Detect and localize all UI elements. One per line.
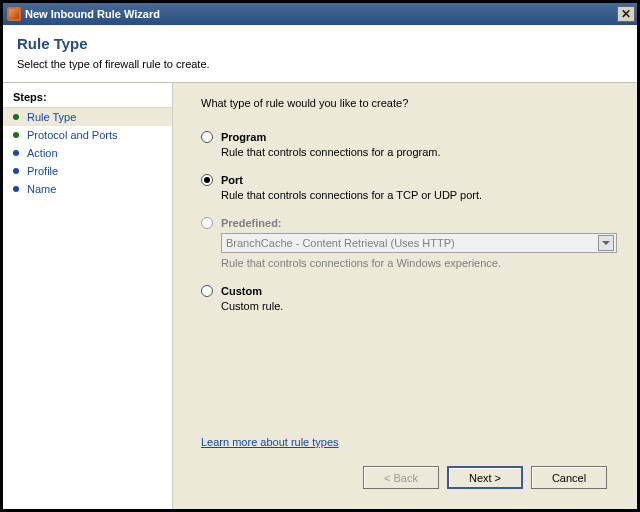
wizard-window: New Inbound Rule Wizard ✕ Rule Type Sele… — [2, 2, 638, 510]
dropdown-value: BranchCache - Content Retrieval (Uses HT… — [226, 237, 598, 249]
learn-more-link[interactable]: Learn more about rule types — [201, 436, 619, 448]
option-desc: Custom rule. — [221, 300, 619, 312]
option-program: Program Rule that controls connections f… — [201, 131, 619, 158]
radio-port[interactable] — [201, 174, 213, 186]
steps-pane: Steps: Rule Type Protocol and Ports Acti… — [3, 83, 173, 509]
option-port: Port Rule that controls connections for … — [201, 174, 619, 201]
bullet-icon — [13, 114, 19, 120]
option-label[interactable]: Custom — [221, 285, 262, 297]
option-custom: Custom Custom rule. — [201, 285, 619, 312]
bullet-icon — [13, 150, 19, 156]
next-button[interactable]: Next > — [447, 466, 523, 489]
content-pane: What type of rule would you like to crea… — [173, 83, 637, 509]
header-panel: Rule Type Select the type of firewall ru… — [3, 25, 637, 83]
window-title: New Inbound Rule Wizard — [25, 8, 617, 20]
step-profile[interactable]: Profile — [3, 162, 172, 180]
firewall-icon — [7, 7, 21, 21]
option-label[interactable]: Program — [221, 131, 266, 143]
steps-heading: Steps: — [3, 89, 172, 108]
step-label: Rule Type — [27, 111, 76, 123]
radio-custom[interactable] — [201, 285, 213, 297]
option-head: Custom — [201, 285, 619, 297]
option-desc: Rule that controls connections for a TCP… — [221, 189, 619, 201]
step-name[interactable]: Name — [3, 180, 172, 198]
back-button: < Back — [363, 466, 439, 489]
bullet-icon — [13, 132, 19, 138]
option-predefined: Predefined: BranchCache - Content Retrie… — [201, 217, 619, 269]
cancel-button[interactable]: Cancel — [531, 466, 607, 489]
step-label: Action — [27, 147, 58, 159]
predefined-dropdown: BranchCache - Content Retrieval (Uses HT… — [221, 233, 617, 253]
titlebar: New Inbound Rule Wizard ✕ — [3, 3, 637, 25]
option-head: Port — [201, 174, 619, 186]
close-icon: ✕ — [621, 7, 631, 21]
option-head: Program — [201, 131, 619, 143]
body: Steps: Rule Type Protocol and Ports Acti… — [3, 83, 637, 509]
chevron-down-icon — [602, 241, 610, 245]
option-desc: Rule that controls connections for a pro… — [221, 146, 619, 158]
step-protocol-and-ports[interactable]: Protocol and Ports — [3, 126, 172, 144]
option-head: Predefined: — [201, 217, 619, 229]
radio-program[interactable] — [201, 131, 213, 143]
option-label[interactable]: Predefined: — [221, 217, 282, 229]
bullet-icon — [13, 168, 19, 174]
step-rule-type[interactable]: Rule Type — [3, 108, 172, 126]
step-label: Profile — [27, 165, 58, 177]
page-subtitle: Select the type of firewall rule to crea… — [17, 58, 623, 70]
step-label: Protocol and Ports — [27, 129, 118, 141]
page-title: Rule Type — [17, 35, 623, 52]
dropdown-button — [598, 235, 614, 251]
prompt-text: What type of rule would you like to crea… — [201, 97, 619, 109]
button-row: < Back Next > Cancel — [201, 458, 619, 499]
option-desc: Rule that controls connections for a Win… — [221, 257, 619, 269]
step-label: Name — [27, 183, 56, 195]
options-group: Program Rule that controls connections f… — [201, 131, 619, 428]
close-button[interactable]: ✕ — [617, 6, 635, 22]
option-label[interactable]: Port — [221, 174, 243, 186]
step-action[interactable]: Action — [3, 144, 172, 162]
bullet-icon — [13, 186, 19, 192]
radio-predefined[interactable] — [201, 217, 213, 229]
